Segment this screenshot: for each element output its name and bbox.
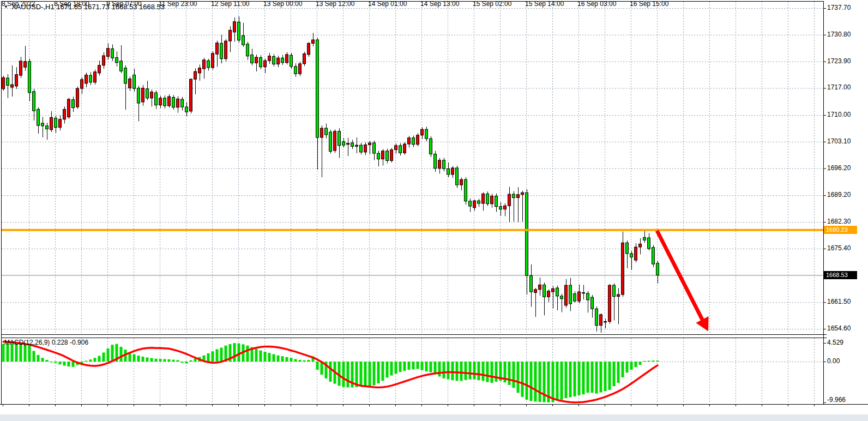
macd-histogram-bar <box>216 349 219 362</box>
macd-histogram-bar <box>443 362 445 378</box>
macd-histogram-bar <box>569 362 572 398</box>
macd-histogram-bar <box>207 353 210 362</box>
time-axis-label: 8 Sep 18:00 <box>54 0 89 8</box>
panel-divider <box>1 334 827 338</box>
candle-body <box>133 75 136 88</box>
macd-histogram-bar <box>72 362 75 367</box>
macd-histogram-bar <box>635 362 637 367</box>
candle-body <box>626 243 629 254</box>
candle-body <box>11 85 14 87</box>
mt4-chart-window: ▼ XAUUSD-,H1 1671.65 1671.73 1668.53 166… <box>0 0 868 421</box>
candle-body <box>513 194 515 197</box>
macd-histogram-bar <box>626 362 629 372</box>
macd-histogram-bar <box>425 362 428 371</box>
chart-canvas[interactable] <box>0 0 868 421</box>
macd-histogram-bar <box>530 362 533 401</box>
candle <box>417 133 419 146</box>
candle-body <box>600 315 602 326</box>
candle-body <box>574 294 576 301</box>
macd-histogram-bar <box>63 362 66 366</box>
macd-histogram-bar <box>177 360 179 362</box>
candle-body <box>526 193 528 275</box>
candle <box>212 51 214 69</box>
candle-body <box>635 247 637 260</box>
candle-body <box>190 79 192 111</box>
macd-histogram-bar <box>150 358 153 362</box>
macd-histogram-bar <box>137 356 140 362</box>
candle-body <box>547 291 550 297</box>
macd-histogram-bar <box>164 359 166 362</box>
macd-histogram-bar <box>347 362 349 387</box>
candle-body <box>617 294 620 297</box>
candle-body <box>386 151 389 161</box>
macd-histogram-bar <box>59 362 62 364</box>
macd-histogram-bar <box>482 362 485 381</box>
macd-indicator-label: MACD(12,26,9) 0.228 -0.906 <box>4 339 88 346</box>
candle-body <box>351 143 354 146</box>
candle <box>2 76 5 91</box>
macd-histogram-bar <box>103 352 105 362</box>
candle-body <box>89 75 92 82</box>
macd-histogram-bar <box>107 348 110 362</box>
macd-histogram-bar <box>560 362 563 400</box>
macd-histogram-bar <box>565 362 568 398</box>
candle-body <box>539 285 541 289</box>
macd-histogram-bar <box>460 362 463 381</box>
candle-body <box>168 97 171 106</box>
candle-body <box>377 153 380 159</box>
macd-histogram-bar <box>447 362 450 379</box>
candle-body <box>198 68 201 73</box>
candle-body <box>482 194 485 203</box>
candle-body <box>639 244 642 247</box>
candle-body <box>251 55 254 63</box>
macd-histogram-bar <box>281 356 284 362</box>
candle-body <box>465 179 467 201</box>
candle-body <box>146 89 149 98</box>
candle-body <box>652 248 655 264</box>
price-axis-label: 1717.00 <box>827 83 851 91</box>
macd-histogram-bar <box>286 357 288 362</box>
macd-histogram-bar <box>478 362 480 380</box>
candle-body <box>164 98 166 106</box>
candle <box>190 79 192 113</box>
macd-histogram-bar <box>591 362 594 393</box>
macd-histogram-bar <box>268 353 271 362</box>
candle-body <box>137 88 140 103</box>
macd-histogram-bar <box>604 362 607 391</box>
macd-histogram-bar <box>159 359 162 362</box>
macd-histogram-bar <box>142 357 144 362</box>
price-axis-label: 1703.10 <box>827 137 851 145</box>
macd-axis-label: 0.00 <box>827 357 840 365</box>
macd-histogram-bar <box>168 359 171 362</box>
candle-body <box>185 107 188 112</box>
price-axis-label: 1654.60 <box>827 324 851 332</box>
candle-body <box>399 146 402 153</box>
time-axis-label: 14 Sep 13:00 <box>420 0 459 8</box>
time-axis-label: 14 Sep 01:00 <box>368 0 407 8</box>
candle-body <box>408 138 411 144</box>
candle-body <box>321 128 323 137</box>
time-axis-label: 11 Sep 23:00 <box>159 0 197 8</box>
candle-body <box>107 49 110 57</box>
candle-body <box>622 243 624 294</box>
price-axis-label: 1675.40 <box>827 244 851 252</box>
candle <box>303 52 306 66</box>
candle-body <box>395 146 397 150</box>
macd-histogram-bar <box>260 351 262 362</box>
candle-body <box>233 22 236 32</box>
time-axis-label: 12 Sep 11:00 <box>211 0 250 8</box>
macd-histogram-bar <box>15 344 18 362</box>
macd-histogram-bar <box>246 346 249 362</box>
macd-histogram-bar <box>50 362 53 363</box>
price-axis-label: 1730.80 <box>827 31 851 38</box>
macd-histogram-bar <box>329 362 332 382</box>
macd-axis-label: -9.966 <box>827 396 846 404</box>
macd-histogram-bar <box>630 362 633 370</box>
candle-body <box>608 285 611 322</box>
macd-histogram-bar <box>469 362 472 380</box>
price-axis-label: 1710.00 <box>827 111 851 118</box>
candle <box>299 62 302 76</box>
candle-body <box>308 43 310 55</box>
macd-histogram-bar <box>517 362 520 393</box>
candle <box>76 87 79 109</box>
